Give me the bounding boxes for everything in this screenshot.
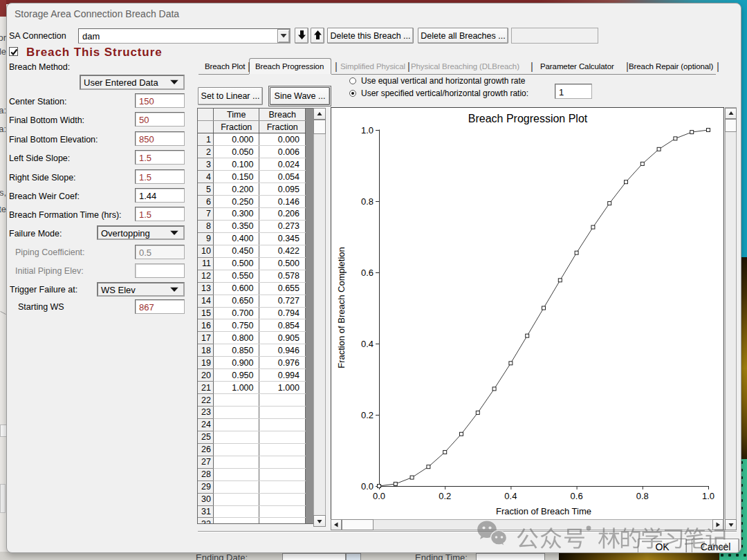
table-row[interactable]: 30.1000.024 — [198, 158, 306, 171]
cell-time-fraction[interactable] — [214, 518, 259, 524]
cell-breach-fraction[interactable] — [259, 431, 306, 443]
cell-time-fraction[interactable]: 0.550 — [214, 270, 259, 282]
table-row[interactable]: 160.7500.854 — [198, 319, 306, 332]
cell-time-fraction[interactable] — [214, 468, 259, 480]
table-row[interactable]: 211.0001.000 — [198, 382, 306, 394]
table-row[interactable]: 25 — [198, 431, 306, 443]
breach-method-combobox[interactable]: User Entered Data — [80, 75, 185, 90]
table-row[interactable]: 24 — [198, 418, 306, 431]
sine-wave-button[interactable]: Sine Wave ... — [270, 87, 330, 105]
table-scroll-down-icon[interactable] — [313, 515, 326, 527]
chart-vertical-scrollbar[interactable] — [725, 107, 737, 530]
cell-breach-fraction[interactable] — [259, 480, 306, 493]
cell-breach-fraction[interactable]: 0.905 — [259, 332, 306, 344]
sa-connection-combobox[interactable]: dam — [78, 28, 290, 44]
table-row[interactable]: 30 — [198, 493, 306, 505]
table-row[interactable]: 20.0500.006 — [198, 146, 306, 158]
chart-horizontal-scrollbar[interactable] — [331, 519, 724, 530]
table-row[interactable]: 27 — [198, 456, 306, 468]
table-row[interactable]: 120.5500.578 — [198, 270, 306, 282]
chart-scroll-right-icon[interactable] — [712, 519, 723, 530]
cell-time-fraction[interactable] — [214, 443, 259, 456]
starting-ws-field[interactable] — [135, 299, 185, 314]
table-row[interactable]: 40.1500.054 — [198, 171, 306, 183]
cell-breach-fraction[interactable] — [259, 505, 306, 518]
field-input[interactable] — [135, 188, 185, 203]
chevron-down-icon[interactable] — [277, 29, 290, 43]
cell-breach-fraction[interactable] — [259, 407, 306, 419]
table-row[interactable]: 28 — [198, 468, 306, 480]
breach-this-structure-checkbox[interactable] — [9, 47, 18, 56]
cell-time-fraction[interactable]: 0.000 — [214, 133, 259, 146]
cell-breach-fraction[interactable] — [259, 468, 306, 480]
tab-simplified-physical[interactable]: Simplified Physical — [340, 62, 405, 71]
cell-time-fraction[interactable]: 0.850 — [214, 344, 259, 357]
cell-time-fraction[interactable] — [214, 394, 259, 407]
cell-time-fraction[interactable]: 0.050 — [214, 146, 259, 158]
cell-time-fraction[interactable]: 0.450 — [214, 245, 259, 257]
table-row[interactable]: 22 — [198, 394, 306, 407]
cell-time-fraction[interactable]: 0.950 — [214, 369, 259, 382]
chart-scroll-left-icon[interactable] — [331, 519, 342, 530]
failure-mode-combobox[interactable]: Overtopping — [97, 225, 185, 240]
cell-breach-fraction[interactable]: 0.273 — [259, 220, 306, 232]
cell-time-fraction[interactable]: 1.000 — [214, 382, 259, 394]
tab-breach-progression[interactable]: Breach Progression — [255, 62, 324, 71]
tab-physical-breaching-dlbreach-[interactable]: Physical Breaching (DLBreach) — [411, 62, 519, 71]
cell-breach-fraction[interactable]: 0.727 — [259, 295, 306, 307]
cell-breach-fraction[interactable]: 0.146 — [259, 196, 306, 208]
tab-parameter-calculator[interactable]: Parameter Calculator — [540, 62, 614, 71]
cell-breach-fraction[interactable]: 0.054 — [259, 171, 306, 183]
cell-breach-fraction[interactable]: 0.206 — [259, 208, 306, 221]
cell-breach-fraction[interactable] — [259, 418, 306, 431]
table-row[interactable]: 10.0000.000 — [198, 133, 306, 146]
table-scroll-thumb[interactable] — [313, 120, 326, 134]
radio-specified-ratio[interactable] — [349, 90, 356, 97]
table-row[interactable]: 23 — [198, 407, 306, 419]
cell-time-fraction[interactable]: 0.600 — [214, 282, 259, 295]
cell-breach-fraction[interactable]: 0.976 — [259, 357, 306, 369]
cell-breach-fraction[interactable] — [259, 456, 306, 468]
cell-time-fraction[interactable]: 0.100 — [214, 158, 259, 171]
chevron-down-icon[interactable] — [165, 227, 183, 239]
cell-time-fraction[interactable] — [214, 493, 259, 505]
cell-breach-fraction[interactable] — [259, 518, 306, 524]
cell-time-fraction[interactable]: 0.150 — [214, 171, 259, 183]
cell-time-fraction[interactable]: 0.900 — [214, 357, 259, 369]
cell-breach-fraction[interactable]: 0.655 — [259, 282, 306, 295]
table-vertical-scrollbar[interactable] — [313, 108, 326, 527]
progression-grid[interactable]: TimeBreachFractionFraction10.0000.00020.… — [198, 109, 306, 524]
cell-time-fraction[interactable]: 0.200 — [214, 183, 259, 196]
field-input[interactable] — [135, 131, 185, 146]
cell-breach-fraction[interactable]: 0.946 — [259, 344, 306, 357]
chevron-down-icon[interactable] — [165, 283, 183, 295]
cell-breach-fraction[interactable]: 0.794 — [259, 307, 306, 319]
table-row[interactable]: 32 — [198, 518, 306, 524]
cell-breach-fraction[interactable] — [259, 443, 306, 456]
cell-breach-fraction[interactable]: 1.000 — [259, 382, 306, 394]
ok-button[interactable]: OK — [638, 539, 687, 553]
cell-breach-fraction[interactable]: 0.006 — [259, 146, 306, 158]
table-row[interactable]: 29 — [198, 480, 306, 493]
cell-breach-fraction[interactable]: 0.994 — [259, 369, 306, 382]
table-row[interactable]: 110.5000.500 — [198, 257, 306, 270]
next-connection-button[interactable] — [311, 28, 324, 44]
table-row[interactable]: 200.9500.994 — [198, 369, 306, 382]
table-row[interactable]: 150.7000.794 — [198, 307, 306, 319]
table-row[interactable]: 26 — [198, 443, 306, 456]
table-row[interactable]: 60.2500.146 — [198, 196, 306, 208]
previous-connection-button[interactable] — [295, 28, 308, 44]
chevron-down-icon[interactable] — [165, 76, 183, 88]
cell-time-fraction[interactable] — [214, 505, 259, 518]
cell-breach-fraction[interactable]: 0.500 — [259, 257, 306, 270]
cell-time-fraction[interactable] — [214, 418, 259, 431]
chart-scroll-thumb[interactable] — [725, 119, 737, 132]
chart-scroll-up-icon[interactable] — [725, 108, 737, 119]
field-input[interactable] — [135, 169, 185, 184]
field-input[interactable] — [135, 112, 185, 127]
cell-time-fraction[interactable] — [214, 431, 259, 443]
table-row[interactable]: 170.8000.905 — [198, 332, 306, 344]
cell-time-fraction[interactable]: 0.650 — [214, 295, 259, 307]
table-row[interactable]: 80.3500.273 — [198, 220, 306, 232]
cell-time-fraction[interactable]: 0.500 — [214, 257, 259, 270]
